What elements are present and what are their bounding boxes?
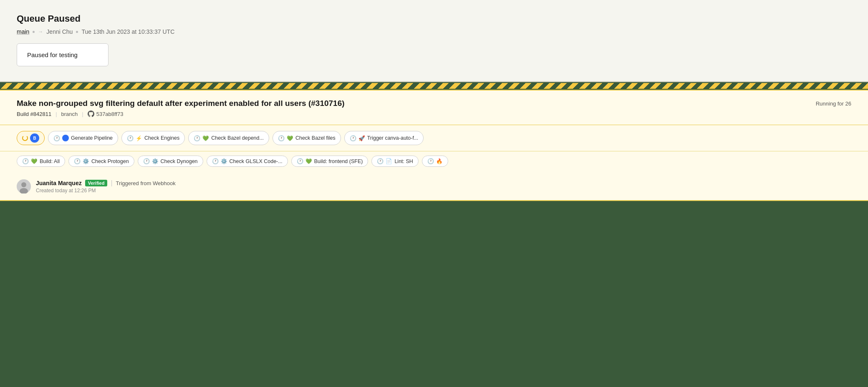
meta-dot-2 [76, 31, 78, 33]
clock-icon-10: 🕐 [297, 158, 303, 164]
job-pill-build-frontend[interactable]: 🕐 💚 Build: frontend (SFE) [291, 156, 368, 167]
meta-arrow: → [38, 29, 43, 35]
job-label-check-glslx: Check GLSLX Code-... [230, 158, 283, 164]
clock-icon-5: 🕐 [350, 135, 356, 141]
jobs-row-2: 🕐 💚 Build: All 🕐 ⚙️ Check Protogen 🕐 ⚙️ … [0, 151, 868, 173]
queue-paused-meta: main → Jenni Chu Tue 13th Jun 2023 at 10… [17, 28, 851, 35]
job-label-build-frontend: Build: frontend (SFE) [314, 158, 363, 164]
paused-note-text: Paused for testing [27, 51, 78, 58]
job-pill-check-bazel-files[interactable]: 🕐 💚 Check Bazel files [273, 131, 341, 145]
job-label-check-bazel-files: Check Bazel files [295, 135, 336, 141]
trigger-row: Juanita Marquez Verified | Triggered fro… [0, 173, 868, 200]
job-label-check-bazel-depend: Check Bazel depend... [211, 135, 264, 141]
job-label-lint-sh: Lint: SH [394, 158, 413, 164]
check-bazel-depend-icon: 💚 [202, 135, 209, 141]
build-title: Make non-grouped svg filtering default a… [17, 99, 345, 108]
generate-pipeline-icon [62, 135, 69, 141]
trigger-info: Juanita Marquez Verified | Triggered fro… [36, 179, 851, 194]
clock-icon-12: 🕐 [427, 158, 434, 164]
build-number: Build #842811 [17, 111, 51, 117]
job-pill-check-protogen[interactable]: 🕐 ⚙️ Check Protogen [68, 156, 134, 167]
job-pill-trigger-canva[interactable]: 🕐 🚀 Trigger canva-auto-f... [344, 131, 424, 145]
main-container: Queue Paused main → Jenni Chu Tue 13th J… [0, 0, 868, 201]
verified-badge: Verified [85, 180, 108, 186]
check-glslx-icon: ⚙️ [221, 158, 227, 164]
build-meta: Build #842811 | branch | 537ab8ff73 [17, 111, 345, 117]
meta-dot-1 [33, 31, 35, 33]
check-dynogen-icon: ⚙️ [152, 158, 159, 164]
build-commit: 537ab8ff73 [88, 111, 124, 117]
paused-note-box: Paused for testing [17, 43, 108, 66]
job-label-generate-pipeline: Generate Pipeline [71, 135, 113, 141]
job-label-trigger-canva: Trigger canva-auto-f... [367, 135, 419, 141]
trigger-canva-icon: 🚀 [358, 135, 365, 141]
clock-icon-8: 🕐 [143, 158, 150, 164]
check-protogen-icon: ⚙️ [83, 158, 89, 164]
build-header: Make non-grouped svg filtering default a… [0, 90, 868, 125]
build-frontend-icon: 💚 [305, 158, 312, 164]
clock-icon-11: 🕐 [377, 158, 384, 164]
stripe-divider [0, 82, 868, 90]
trigger-created: Created today at 12:26 PM [36, 188, 851, 194]
queue-paused-section: Queue Paused main → Jenni Chu Tue 13th J… [0, 0, 868, 82]
avatar-svg [17, 179, 31, 194]
job-pill-generate-pipeline[interactable]: 🕐 Generate Pipeline [48, 131, 118, 145]
clock-icon-9: 🕐 [212, 158, 219, 164]
spinner-icon [22, 135, 28, 141]
clock-icon-4: 🕐 [278, 135, 285, 141]
trigger-divider: | [111, 179, 112, 187]
job-pill-check-bazel-depend[interactable]: 🕐 💚 Check Bazel depend... [188, 131, 269, 145]
build-meta-divider-2: | [82, 111, 83, 117]
clock-icon-7: 🕐 [74, 158, 81, 164]
github-icon [88, 111, 94, 117]
clock-icon-2: 🕐 [127, 135, 134, 141]
jobs-row-1: B 🕐 Generate Pipeline 🕐 ⚡ Check Engines … [0, 125, 868, 151]
queue-paused-title: Queue Paused [17, 13, 851, 24]
job-pill-extra[interactable]: 🕐 🔥 [422, 156, 448, 167]
clock-icon-1: 🕐 [53, 135, 60, 141]
check-engines-icon: ⚡ [136, 135, 142, 141]
author-name: Jenni Chu [46, 28, 73, 35]
running-for: Running for 26 [816, 99, 851, 107]
timestamp: Tue 13th Jun 2023 at 10:33:37 UTC [81, 28, 174, 35]
svg-point-1 [21, 182, 26, 187]
build-branch-label: branch [61, 111, 78, 117]
job-pill-check-dynogen[interactable]: 🕐 ⚙️ Check Dynogen [138, 156, 203, 167]
job-pill-check-engines[interactable]: 🕐 ⚡ Check Engines [121, 131, 185, 145]
build-meta-divider-1: | [56, 111, 57, 117]
clock-icon-3: 🕐 [194, 135, 200, 141]
job-label-check-protogen: Check Protogen [91, 158, 129, 164]
extra-icon: 🔥 [436, 158, 443, 164]
job-pill-build-all[interactable]: 🕐 💚 Build: All [17, 156, 65, 167]
trigger-author-name: Juanita Marquez [36, 180, 82, 186]
job-label-check-dynogen: Check Dynogen [161, 158, 198, 164]
clock-icon-6: 🕐 [22, 158, 29, 164]
lint-sh-icon: 📄 [386, 158, 392, 164]
trigger-name-row: Juanita Marquez Verified | Triggered fro… [36, 179, 851, 187]
commit-hash: 537ab8ff73 [96, 111, 124, 117]
job-pill-check-glslx[interactable]: 🕐 ⚙️ Check GLSLX Code-... [207, 156, 288, 167]
active-job-badge: B [30, 133, 39, 143]
job-label-build-all: Build: All [40, 158, 60, 164]
job-label-check-engines: Check Engines [144, 135, 179, 141]
avatar [17, 179, 31, 194]
job-pill-lint-sh[interactable]: 🕐 📄 Lint: SH [371, 156, 418, 167]
build-info: Make non-grouped svg filtering default a… [17, 99, 345, 117]
job-pill-active[interactable]: B [17, 131, 45, 145]
branch-link[interactable]: main [17, 28, 29, 35]
build-section: Make non-grouped svg filtering default a… [0, 90, 868, 201]
check-bazel-files-icon: 💚 [287, 135, 293, 141]
trigger-source: Triggered from Webhook [116, 180, 176, 186]
build-all-icon: 💚 [31, 158, 38, 164]
